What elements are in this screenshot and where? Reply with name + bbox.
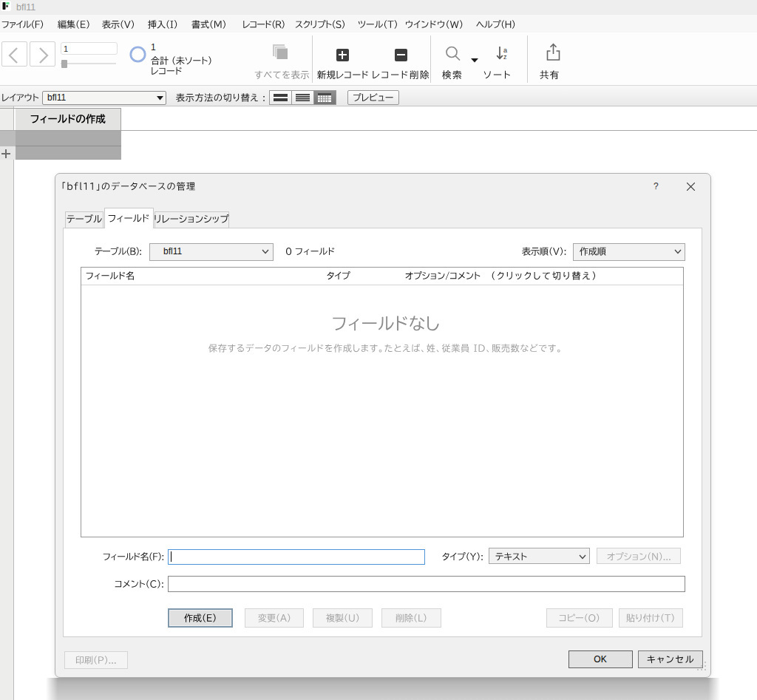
svg-text:z: z [503, 53, 507, 61]
